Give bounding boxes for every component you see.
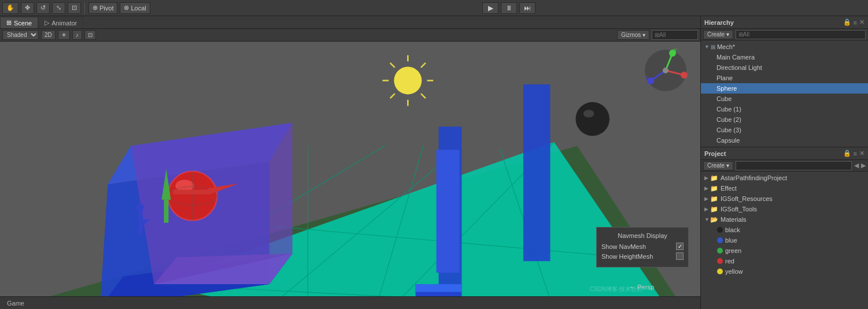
hierarchy-title: Hierarchy (704, 19, 734, 26)
astar-folder-icon: 📁 (710, 174, 718, 182)
hierarchy-panel: Hierarchy 🔒 ≡ ✕ Create ▾ ▼ ⊞ Mech* (701, 16, 868, 147)
navmesh-show-checkbox[interactable] (676, 243, 684, 250)
proj-label-materials: Materials (721, 216, 747, 223)
local-button[interactable]: ⊗ Local (120, 2, 150, 14)
hand-tool-button[interactable]: ✋ (2, 2, 19, 14)
game-tab-area: Game (0, 296, 700, 309)
proj-label-astar: AstarPathfindingProject (721, 174, 787, 181)
toolbar-separator-1 (84, 2, 85, 14)
hierarchy-label-cube1: Cube (1) (716, 106, 741, 113)
hierarchy-header: Hierarchy 🔒 ≡ ✕ (701, 16, 868, 29)
proj-label-yellow: yellow (725, 268, 743, 275)
igsoft-res-folder-icon: 📁 (710, 195, 718, 203)
hierarchy-label-sphere: Sphere (716, 85, 737, 92)
scene-viewport[interactable]: y z ← Persp Navmesh Display Show NavMesh… (0, 42, 700, 296)
shading-select[interactable]: Shaded (2, 30, 39, 40)
svg-point-51 (663, 68, 668, 73)
scene-area: ⊞ Scene ▷ Animator Shaded 2D ☀ ♪ ⊡ Gizmo… (0, 16, 700, 309)
igsoft-tools-arrow-icon: ▶ (704, 206, 709, 212)
hierarchy-panel-icons: 🔒 ≡ ✕ (843, 18, 865, 26)
svg-rect-17 (523, 84, 551, 261)
watermark: CSDN博客·技术社区 (590, 285, 642, 293)
proj-item-effect[interactable]: ▶ 📁 Effect (701, 183, 868, 193)
proj-item-yellow[interactable]: ▶ yellow (701, 266, 868, 277)
animator-tab[interactable]: ▷ Animator (38, 17, 83, 28)
gizmos-button[interactable]: Gizmos ▾ (617, 30, 649, 40)
scene-tab-icon: ⊞ (6, 19, 12, 27)
scale-tool-button[interactable]: ⤡ (52, 2, 65, 14)
materials-folder-icon: 📂 (710, 216, 718, 224)
scene-toolbar: Shaded 2D ☀ ♪ ⊡ Gizmos ▾ (0, 29, 700, 42)
play-button[interactable]: ▶ (482, 2, 498, 14)
proj-item-materials[interactable]: ▼ 📂 Materials (701, 214, 868, 225)
project-close-icon[interactable]: ✕ (859, 150, 865, 157)
hierarchy-label-directional-light: Directional Light (716, 64, 762, 71)
scene-tab-label: Scene (14, 20, 32, 27)
svg-point-35 (394, 67, 422, 95)
project-nav-fwd[interactable]: ▶ (861, 162, 866, 169)
step-button[interactable]: ⏭ (519, 2, 535, 14)
hierarchy-close-icon[interactable]: ✕ (859, 18, 865, 26)
hierarchy-item-cube[interactable]: ▶ Cube (701, 94, 868, 104)
proj-item-igsoft-res[interactable]: ▶ 📁 IGSoft_Resources (701, 193, 868, 204)
pause-button[interactable]: ⏸ (501, 2, 517, 14)
proj-label-blue: blue (725, 237, 737, 244)
green-material-dot (717, 248, 723, 254)
game-tab[interactable]: Game (2, 300, 29, 307)
proj-item-astar[interactable]: ▶ 📁 AstarPathfindingProject (701, 173, 868, 183)
hierarchy-search-input[interactable] (736, 30, 866, 39)
proj-item-igsoft-tools[interactable]: ▶ 📁 IGSoft_Tools (701, 204, 868, 214)
animator-tab-icon: ▷ (45, 19, 49, 27)
materials-arrow-icon: ▼ (704, 217, 709, 222)
hierarchy-items: ▼ ⊞ Mech* ▶ Main Camera ▶ Directional Li… (701, 40, 868, 147)
audio-button[interactable]: ♪ (72, 30, 82, 40)
hierarchy-menu-icon[interactable]: ≡ (854, 19, 857, 26)
proj-item-black[interactable]: ▶ black (701, 225, 868, 235)
hierarchy-item-directional-light[interactable]: ▶ Directional Light (701, 62, 868, 73)
hierarchy-item-cube3[interactable]: ▶ Cube (3) (701, 125, 868, 135)
scene-search-input[interactable] (652, 30, 698, 40)
scene-tab[interactable]: ⊞ Scene (0, 17, 38, 28)
svg-rect-33 (139, 211, 143, 234)
hierarchy-item-capsule[interactable]: ▶ Capsule (701, 135, 868, 146)
toolbar-center: ▶ ⏸ ⏭ (153, 2, 866, 14)
lighting-button[interactable]: ☀ (58, 30, 70, 40)
navmesh-height-checkbox[interactable] (676, 252, 684, 260)
hierarchy-item-sphere[interactable]: ▶ Sphere (701, 83, 868, 94)
hierarchy-create-button[interactable]: Create ▾ (703, 30, 733, 39)
proj-label-effect: Effect (721, 185, 737, 192)
pivot-button[interactable]: ⊕ Pivot (88, 2, 117, 14)
proj-item-blue[interactable]: ▶ blue (701, 235, 868, 245)
hierarchy-item-main-camera[interactable]: ▶ Main Camera (701, 52, 868, 62)
hierarchy-lock-icon[interactable]: 🔒 (843, 18, 851, 26)
hierarchy-label-main-camera: Main Camera (716, 54, 755, 61)
project-search-input[interactable] (736, 161, 852, 170)
hierarchy-root-label: Mech* (717, 43, 735, 50)
hierarchy-root-item[interactable]: ▼ ⊞ Mech* (701, 42, 868, 52)
igsoft-res-arrow-icon: ▶ (704, 196, 709, 202)
project-lock-icon[interactable]: 🔒 (843, 150, 851, 157)
svg-point-34 (136, 203, 144, 211)
2d-button[interactable]: 2D (41, 30, 56, 40)
hierarchy-label-cube: Cube (716, 95, 732, 102)
project-items: ▶ 📁 AstarPathfindingProject ▶ 📁 Effect ▶… (701, 172, 868, 309)
navmesh-height-label: Show HeightMesh (601, 253, 653, 260)
hierarchy-item-cube2[interactable]: ▶ Cube (2) (701, 114, 868, 125)
rect-tool-button[interactable]: ⊡ (68, 2, 81, 14)
navmesh-show-label: Show NavMesh (601, 243, 646, 250)
fx-button[interactable]: ⊡ (84, 30, 96, 40)
svg-text:z: z (645, 75, 648, 81)
hierarchy-item-plane[interactable]: ▶ Plane (701, 73, 868, 83)
hierarchy-item-cube1[interactable]: ▶ Cube (1) (701, 104, 868, 114)
black-material-dot (717, 227, 723, 233)
hierarchy-label-plane: Plane (716, 75, 733, 81)
pivot-label: Pivot (99, 5, 113, 12)
proj-item-red[interactable]: ▶ red (701, 256, 868, 266)
rotate-tool-button[interactable]: ↺ (36, 2, 50, 14)
proj-item-green[interactable]: ▶ green (701, 245, 868, 256)
project-menu-icon[interactable]: ≡ (854, 150, 857, 157)
project-create-button[interactable]: Create ▾ (703, 161, 733, 170)
move-tool-button[interactable]: ✥ (21, 2, 34, 14)
project-nav-back[interactable]: ◀ (854, 162, 859, 169)
local-icon: ⊗ (124, 4, 129, 12)
